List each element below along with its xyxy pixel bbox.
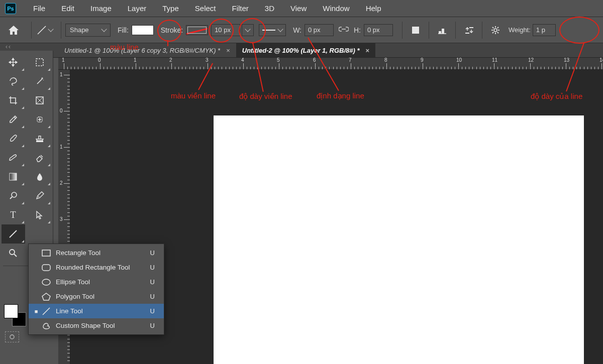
chevron-down-icon[interactable] (48, 26, 53, 32)
menu-edit[interactable]: Edit (53, 4, 82, 13)
flyout-item-shortcut: U (150, 264, 155, 271)
menu-filter[interactable]: Filter (224, 4, 257, 13)
path-selection-tool[interactable] (28, 205, 52, 224)
tool-mode-select[interactable]: Shape (65, 24, 111, 37)
close-icon[interactable]: × (226, 47, 230, 54)
canvas[interactable] (214, 115, 584, 364)
flyout-item-polygon[interactable]: Polygon ToolU (29, 289, 164, 304)
ruler-number: 1 (62, 58, 65, 63)
stroke-type-select[interactable] (259, 24, 286, 36)
clone-stamp-tool[interactable] (28, 129, 52, 148)
svg-line-13 (497, 32, 498, 33)
flyout-item-shortcut: U (150, 249, 155, 257)
ruler-number: 7 (349, 58, 352, 63)
lasso-tool[interactable] (2, 72, 25, 91)
svg-text:T: T (11, 210, 16, 220)
close-icon[interactable]: × (366, 47, 370, 54)
ruler-number: 3 (206, 58, 209, 63)
ruler-number: 5 (277, 58, 280, 63)
stroke-swatch[interactable] (186, 25, 208, 35)
history-brush-tool[interactable] (2, 148, 25, 167)
path-arrangement-button[interactable] (462, 24, 475, 37)
flyout-item-label: Rectangle Tool (56, 249, 100, 257)
shape-tool-flyout: Rectangle ToolURounded Rectangle ToolUEl… (28, 244, 164, 335)
blur-tool[interactable] (28, 167, 52, 186)
width-input[interactable]: 0 px (305, 24, 334, 36)
flyout-item-rect[interactable]: Rectangle ToolU (29, 246, 164, 260)
brush-tool[interactable] (2, 129, 25, 148)
app-logo: Ps (5, 3, 16, 14)
ruler-number: 6 (313, 58, 316, 63)
ellipse-icon (41, 277, 52, 288)
doc-tab-2[interactable]: Untitled-2 @ 100% (Layer 1, RGB/8#) * × (236, 43, 375, 57)
ruler-number: 9 (421, 58, 424, 63)
move-tool[interactable] (2, 53, 25, 72)
dodge-tool[interactable] (2, 186, 25, 205)
ruler-number: 3 (60, 216, 63, 222)
ruler-number: 1 (60, 72, 63, 77)
eyedropper-tool[interactable] (2, 110, 25, 129)
menu-type[interactable]: Type (154, 4, 187, 13)
menu-view[interactable]: View (282, 4, 315, 13)
menu-layer[interactable]: Layer (120, 4, 155, 13)
svg-point-36 (10, 250, 15, 255)
link-wh-icon[interactable] (339, 26, 349, 34)
svg-rect-40 (42, 265, 50, 271)
line-tool-icon[interactable] (36, 24, 48, 36)
weight-label: Weight: (509, 26, 531, 34)
flyout-item-shortcut: U (150, 322, 155, 329)
height-input[interactable]: 0 px (364, 24, 393, 36)
svg-line-25 (36, 97, 43, 104)
shape-tool[interactable] (2, 224, 25, 244)
gradient-tool[interactable] (2, 167, 25, 186)
ruler-horizontal[interactable]: 101234567891011121314 (58, 58, 603, 70)
tool-mode-label: Shape (70, 26, 89, 34)
type-tool[interactable]: T (2, 205, 25, 224)
svg-rect-6 (469, 27, 473, 28)
svg-rect-39 (42, 250, 50, 256)
menu-select[interactable]: Select (187, 4, 224, 13)
svg-point-31 (12, 192, 17, 197)
frame-tool[interactable] (28, 91, 52, 110)
polygon-icon (41, 291, 52, 302)
magic-wand-tool[interactable] (28, 72, 52, 91)
menu-help[interactable]: Help (358, 4, 389, 13)
ruler-number: 11 (492, 58, 497, 63)
menu-image[interactable]: Image (82, 4, 120, 13)
solid-line-icon (262, 30, 275, 31)
svg-line-14 (492, 32, 493, 33)
flyout-item-rrect[interactable]: Rounded Rectangle ToolU (29, 260, 164, 275)
flyout-item-custom[interactable]: Custom Shape ToolU (29, 318, 164, 333)
chevron-down-icon (277, 26, 283, 32)
fill-swatch[interactable] (132, 25, 154, 35)
healing-brush-tool[interactable] (28, 110, 52, 129)
stroke-label: Stroke: (161, 26, 183, 34)
marquee-tool[interactable] (28, 53, 52, 72)
doc-tab-1[interactable]: Untitled-1 @ 100% (Layer 6 copy 3, RGB/8… (58, 43, 236, 57)
foreground-color[interactable] (4, 304, 18, 318)
gear-icon[interactable] (489, 24, 502, 37)
zoom-tool[interactable] (2, 244, 25, 263)
panel-collapse-icon[interactable]: ‹‹ (0, 43, 17, 50)
svg-line-35 (10, 230, 17, 237)
menu-window[interactable]: Window (315, 4, 357, 13)
crop-tool[interactable] (2, 91, 25, 110)
flyout-item-ellipse[interactable]: Ellipse ToolU (29, 275, 164, 289)
pen-tool[interactable] (28, 186, 52, 205)
stroke-width-dropdown[interactable] (242, 24, 254, 36)
stroke-width-input[interactable]: 10 px (211, 24, 240, 36)
svg-line-19 (37, 79, 42, 84)
path-operations-button[interactable] (409, 24, 422, 37)
flyout-item-shortcut: U (150, 278, 155, 286)
path-align-button[interactable] (436, 24, 449, 37)
weight-input[interactable]: 1 p (533, 24, 556, 36)
document-tabs: Untitled-1 @ 100% (Layer 6 copy 3, RGB/8… (0, 43, 603, 58)
flyout-item-label: Polygon Tool (56, 293, 94, 300)
menu-3d[interactable]: 3D (257, 4, 282, 13)
flyout-item-line[interactable]: ■Line ToolU (29, 304, 164, 318)
home-button[interactable] (3, 21, 24, 39)
separator (31, 22, 32, 39)
eraser-tool[interactable] (28, 148, 52, 167)
menu-file[interactable]: File (25, 4, 53, 13)
svg-rect-29 (36, 141, 43, 142)
